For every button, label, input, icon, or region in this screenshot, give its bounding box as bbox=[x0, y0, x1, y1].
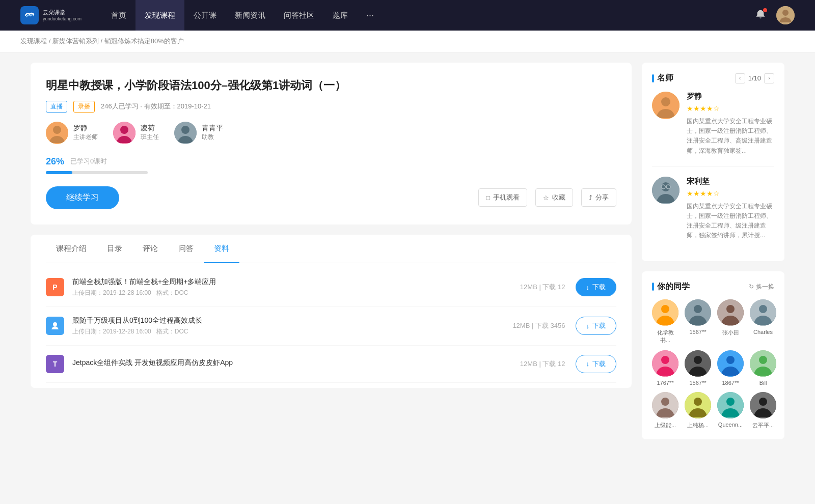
svg-point-29 bbox=[726, 356, 735, 364]
classmates-panel: 你的同学 ↻ 换一换 化学教书... 156 bbox=[642, 271, 784, 439]
left-panel: 明星中教授课，小学阶段语法100分–强化级第1讲动词（一） 直播 录播 246人… bbox=[31, 63, 632, 450]
nav-questions[interactable]: 题库 bbox=[323, 0, 357, 31]
share-button[interactable]: ⤴ 分享 bbox=[581, 188, 616, 207]
resource-item-1: P 前端全栈加强版！前端全栈+全周期+多端应用 上传日期：2019-12-28 … bbox=[46, 268, 616, 307]
panel-teacher-2-stars: ★★★★☆ bbox=[687, 189, 774, 198]
classmate-2-avatar[interactable] bbox=[685, 299, 711, 326]
teacher-1-avatar bbox=[46, 122, 68, 144]
logo[interactable]: 云朵课堂 yunduoketang.com bbox=[20, 6, 82, 24]
tab-qa[interactable]: 问答 bbox=[168, 235, 204, 263]
download-button-1[interactable]: ↓ 下载 bbox=[576, 278, 617, 296]
download-button-2[interactable]: ↓ 下载 bbox=[576, 317, 617, 335]
teacher-3-avatar bbox=[174, 122, 197, 144]
breadcrumb-current: 销冠修炼术搞定80%的客户 bbox=[104, 37, 184, 45]
classmate-8-avatar[interactable] bbox=[750, 350, 776, 377]
resource-info-2: 跟随千万级项目从0到100全过程高效成长 上传日期：2019-12-28 16:… bbox=[72, 316, 504, 336]
svg-point-39 bbox=[759, 398, 767, 406]
panel-teacher-2-desc: 国内某重点大学安全工程专业硕士，国家一级注册消防工程师、注册安全工程师、级注册建… bbox=[687, 202, 774, 241]
course-title: 明星中教授课，小学阶段语法100分–强化级第1讲动词（一） bbox=[46, 78, 616, 94]
classmate-4: Charles bbox=[750, 299, 776, 344]
course-meta: 直播 录播 246人已学习 · 有效期至：2019-10-21 bbox=[46, 101, 616, 113]
refresh-button[interactable]: ↻ 换一换 bbox=[749, 283, 774, 291]
progress-bar-fill bbox=[46, 171, 72, 174]
classmate-6: 1567** bbox=[685, 350, 711, 386]
tab-review[interactable]: 评论 bbox=[132, 235, 168, 263]
teachers-pagination: ‹ 1/10 › bbox=[735, 73, 774, 83]
resource-right-3: 12MB | 下载 12 ↓ 下载 bbox=[520, 355, 616, 373]
classmate-12-avatar[interactable] bbox=[750, 392, 776, 418]
panel-teacher-1-name: 罗静 bbox=[687, 92, 774, 101]
classmate-1: 化学教书... bbox=[652, 299, 678, 344]
panel-teacher-1-desc: 国内某重点大学安全工程专业硕士，国家一级注册消防工程师、注册安全工程师、高级注册… bbox=[687, 117, 774, 156]
breadcrumb: 发现课程 / 新媒体营销系列 / 销冠修炼术搞定80%的客户 bbox=[0, 31, 815, 52]
tabs-section: 课程介绍 目录 评论 问答 资料 P 前端全栈加强版！前端全栈+全周期+多端应用… bbox=[31, 235, 632, 388]
logo-icon bbox=[20, 6, 39, 24]
nav-items: 首页 发现课程 公开课 新闻资讯 问答社区 题库 ··· bbox=[102, 0, 755, 31]
nav-discover[interactable]: 发现课程 bbox=[135, 0, 184, 31]
panel-teacher-1: 罗静 ★★★★☆ 国内某重点大学安全工程专业硕士，国家一级注册消防工程师、注册安… bbox=[652, 92, 774, 156]
classmate-7-avatar[interactable] bbox=[717, 350, 744, 377]
classmate-10: 上纯杨... bbox=[685, 392, 711, 429]
nav-open[interactable]: 公开课 bbox=[184, 0, 226, 31]
teacher-2-info: 凌荷 班主任 bbox=[141, 124, 159, 142]
nav-home[interactable]: 首页 bbox=[102, 0, 135, 31]
navbar: 云朵课堂 yunduoketang.com 首页 发现课程 公开课 新闻资讯 问… bbox=[0, 0, 815, 31]
teacher-1-info: 罗静 主讲老师 bbox=[73, 124, 98, 142]
prev-page-btn[interactable]: ‹ bbox=[735, 73, 745, 83]
classmate-5: 1767** bbox=[652, 350, 678, 386]
classmate-5-avatar[interactable] bbox=[652, 350, 678, 377]
mobile-view-button[interactable]: □ 手机观看 bbox=[478, 188, 527, 207]
classmate-9-avatar[interactable] bbox=[652, 392, 678, 418]
classmate-11: Queenn... bbox=[717, 392, 744, 429]
tab-catalog[interactable]: 目录 bbox=[97, 235, 132, 263]
tab-intro[interactable]: 课程介绍 bbox=[46, 235, 97, 263]
breadcrumb-link-1[interactable]: 发现课程 bbox=[20, 37, 47, 45]
svg-point-27 bbox=[694, 356, 702, 364]
classmate-3-avatar[interactable] bbox=[717, 299, 744, 326]
teachers-panel: 名师 ‹ 1/10 › bbox=[642, 63, 784, 261]
panel-teacher-1-avatar bbox=[652, 92, 680, 119]
nav-news[interactable]: 新闻资讯 bbox=[226, 0, 275, 31]
notification-bell[interactable] bbox=[755, 9, 766, 22]
resource-item-2: 跟随千万级项目从0到100全过程高效成长 上传日期：2019-12-28 16:… bbox=[46, 307, 616, 346]
resource-meta-1: 上传日期：2019-12-28 16:00 格式：DOC bbox=[72, 289, 512, 297]
panel-teacher-2-avatar bbox=[652, 177, 680, 204]
teacher-2: 凌荷 班主任 bbox=[113, 122, 159, 144]
resource-name-2: 跟随千万级项目从0到100全过程高效成长 bbox=[72, 316, 504, 325]
svg-point-10 bbox=[661, 97, 670, 106]
tabs-nav: 课程介绍 目录 评论 问答 资料 bbox=[46, 235, 616, 263]
badge-live: 直播 bbox=[46, 101, 67, 113]
classmate-6-avatar[interactable] bbox=[685, 350, 711, 377]
svg-point-8 bbox=[53, 322, 57, 326]
classmate-11-avatar[interactable] bbox=[717, 392, 744, 418]
download-icon-1: ↓ bbox=[586, 284, 590, 291]
action-buttons: □ 手机观看 ☆ 收藏 ⤴ 分享 bbox=[478, 188, 616, 207]
classmates-title: 你的同学 bbox=[652, 282, 690, 292]
progress-section: 26% 已学习0课时 bbox=[46, 156, 616, 174]
tab-resource[interactable]: 资料 bbox=[204, 235, 239, 263]
classmate-10-avatar[interactable] bbox=[685, 392, 711, 418]
download-button-3[interactable]: ↓ 下载 bbox=[576, 355, 617, 373]
teacher-3-name: 青青平 bbox=[202, 124, 223, 133]
download-icon-3: ↓ bbox=[586, 360, 590, 368]
classmate-1-avatar[interactable] bbox=[652, 299, 678, 326]
mobile-icon: □ bbox=[486, 194, 490, 202]
course-meta-text: 246人已学习 · 有效期至：2019-10-21 bbox=[101, 102, 211, 111]
teacher-1-role: 主讲老师 bbox=[73, 133, 98, 142]
breadcrumb-link-2[interactable]: 新媒体营销系列 bbox=[52, 37, 99, 45]
main-content: 明星中教授课，小学阶段语法100分–强化级第1讲动词（一） 直播 录播 246人… bbox=[10, 52, 805, 460]
notification-dot bbox=[763, 8, 767, 12]
next-page-btn[interactable]: › bbox=[764, 73, 774, 83]
classmate-4-avatar[interactable] bbox=[750, 299, 776, 326]
nav-more[interactable]: ··· bbox=[357, 0, 383, 31]
continue-button[interactable]: 继续学习 bbox=[46, 186, 119, 209]
panel-teacher-1-info: 罗静 ★★★★☆ 国内某重点大学安全工程专业硕士，国家一级注册消防工程师、注册安… bbox=[687, 92, 774, 156]
resource-info-3: Jetpack全组件实战 开发短视频应用高仿皮皮虾App bbox=[72, 358, 512, 370]
nav-qa[interactable]: 问答社区 bbox=[275, 0, 323, 31]
collect-button[interactable]: ☆ 收藏 bbox=[535, 188, 573, 207]
teachers-list: 罗静 主讲老师 凌荷 班主任 bbox=[46, 122, 616, 144]
resource-stats-3: 12MB | 下载 12 bbox=[520, 359, 565, 369]
course-actions: 继续学习 □ 手机观看 ☆ 收藏 ⤴ 分享 bbox=[46, 186, 616, 209]
user-avatar[interactable] bbox=[776, 6, 795, 24]
panel-teacher-2-info: 宋利坚 ★★★★☆ 国内某重点大学安全工程专业硕士，国家一级注册消防工程师、注册… bbox=[687, 177, 774, 241]
